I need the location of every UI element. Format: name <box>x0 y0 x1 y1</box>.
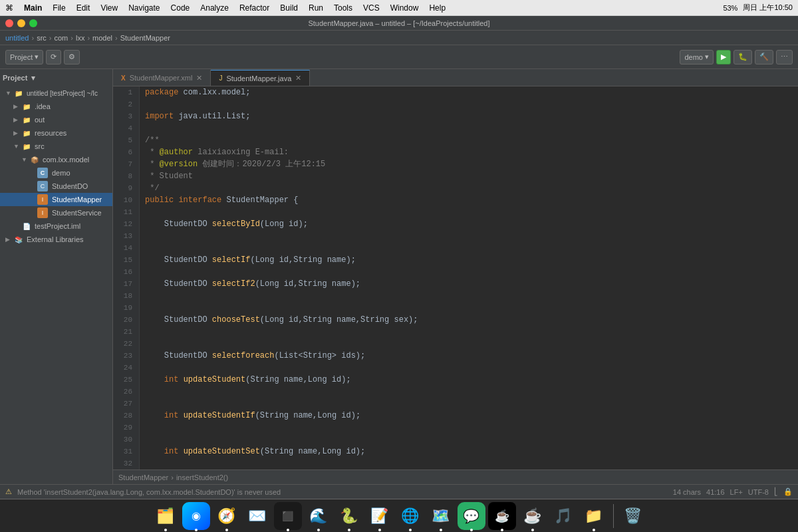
code-line-18 <box>145 290 798 302</box>
window-title: StudentMapper.java – untitled – [~/IdeaP… <box>308 19 489 27</box>
tree-item-resources[interactable]: ▶ 📁 resources <box>0 126 112 140</box>
menu-help[interactable]: Help <box>429 3 446 13</box>
breadcrumb-lxx[interactable]: lxx <box>76 34 84 42</box>
tree-item-studentdo[interactable]: C StudentDO <box>0 180 112 193</box>
dock-finder[interactable]: 🗂️ <box>152 502 180 530</box>
dock-mail[interactable]: ✉️ <box>243 502 271 530</box>
code-line-7: * @version 创建时间：2020/2/3 上午12:15 <box>145 158 798 170</box>
status-message: Method 'insertStudent2(java.lang.Long, c… <box>17 488 281 496</box>
tab-label: StudentMapper.xml <box>130 74 193 82</box>
tree-item-studentservice[interactable]: I StudentService <box>0 206 112 219</box>
dock-weixin[interactable]: 💬 <box>458 502 485 530</box>
tree-item-demo[interactable]: C demo <box>0 166 112 180</box>
breadcrumb-com[interactable]: com <box>55 34 68 42</box>
collapse-arrow: ▶ <box>13 130 21 136</box>
gear-icon[interactable]: ⚙ <box>64 50 80 65</box>
dock-trash[interactable]: 🗑️ <box>619 502 647 530</box>
dock-maps[interactable]: 🗺️ <box>427 502 455 530</box>
dock-terminal[interactable]: ⬛ <box>274 502 302 530</box>
tree-item-com-lxx-model[interactable]: ▼ 📦 com.lxx.model <box>0 153 112 166</box>
folder-icon: 📁 <box>21 128 32 138</box>
tree-item-label: StudentService <box>52 209 102 217</box>
tree-item-untitled[interactable]: ▼ 📁 untitled [testProject] ~/Ic <box>0 86 112 100</box>
tree-item-out[interactable]: ▶ 📁 out <box>0 113 112 126</box>
menu-refactor[interactable]: Refactor <box>239 3 269 13</box>
code-editor[interactable]: 12345 678910 1112131415 1617181920 21222… <box>113 86 798 469</box>
tab-studentmapper-java[interactable]: J StudentMapper.java ✕ <box>211 70 310 86</box>
code-line-9: */ <box>145 182 798 194</box>
menu-vcs[interactable]: VCS <box>363 3 380 13</box>
libs-icon: 📚 <box>13 234 24 245</box>
minimize-button[interactable] <box>17 19 25 27</box>
maximize-button[interactable] <box>29 19 37 27</box>
menu-edit[interactable]: Edit <box>76 3 90 13</box>
menu-navigate[interactable]: Navigate <box>128 3 160 13</box>
breadcrumb-class[interactable]: StudentMapper <box>118 473 168 481</box>
tab-close-icon[interactable]: ✕ <box>295 74 301 82</box>
tree-item-label: com.lxx.model <box>43 156 89 164</box>
sidebar-header[interactable]: Project ▾ <box>0 69 112 86</box>
dock-chrome[interactable]: 🌐 <box>396 502 424 530</box>
menu-view[interactable]: View <box>100 3 118 13</box>
menu-analyze[interactable]: Analyze <box>200 3 229 13</box>
tab-close-icon[interactable]: ✕ <box>196 74 202 82</box>
tree-item-studentmapper[interactable]: I StudentMapper <box>0 193 112 206</box>
tree-item-idea[interactable]: ▶ 📁 .idea <box>0 100 112 113</box>
menu-file[interactable]: File <box>53 3 65 13</box>
expand-arrow: ▼ <box>21 156 29 163</box>
demo-dropdown[interactable]: demo ▾ <box>680 50 714 65</box>
menubar-left: ⌘ Main File Edit View Navigate Code Anal… <box>5 3 446 13</box>
build-button[interactable]: 🔨 <box>755 50 773 65</box>
project-icon: 📁 <box>13 88 24 98</box>
menu-build[interactable]: Build <box>280 3 298 13</box>
breadcrumb-src[interactable]: src <box>37 34 47 42</box>
code-content[interactable]: package com.lxx.model; import java.util.… <box>140 86 798 469</box>
code-line-16 <box>145 266 798 278</box>
dock-music[interactable]: 🎵 <box>549 502 577 530</box>
code-line-25: int updateStudent(String name,Long id); <box>145 374 798 386</box>
dock-edge[interactable]: 🌊 <box>305 502 332 530</box>
sync-btn[interactable]: ⟳ <box>46 50 61 65</box>
dock-python[interactable]: 🐍 <box>335 502 363 530</box>
dock-java[interactable]: ☕ <box>519 502 547 530</box>
dock-safari[interactable]: 🧭 <box>213 502 241 530</box>
project-dropdown[interactable]: Project ▾ <box>5 50 43 65</box>
code-line-12: StudentDO selectById(Long id); <box>145 218 798 230</box>
dock-intellij[interactable]: ☕ <box>488 502 516 530</box>
statusbar: ⚠ Method 'insertStudent2(java.lang.Long,… <box>0 484 798 499</box>
menu-window[interactable]: Window <box>390 3 419 13</box>
code-line-13 <box>145 230 798 242</box>
menu-code[interactable]: Code <box>171 3 190 13</box>
breadcrumb-sep: › <box>171 473 174 481</box>
chevron-down-icon: ▾ <box>35 53 39 61</box>
code-line-15: StudentDO selectIf(Long id,String name); <box>145 254 798 266</box>
breadcrumb-model[interactable]: model <box>92 34 112 42</box>
dock-siri[interactable]: ◉ <box>182 502 210 530</box>
more-button[interactable]: ⋯ <box>776 50 793 65</box>
breadcrumb-untitled[interactable]: untitled <box>5 34 29 42</box>
tree-item-label: StudentMapper <box>52 196 102 203</box>
editor-breadcrumb: StudentMapper › insertStudent2() <box>113 469 798 484</box>
menu-tools[interactable]: Tools <box>334 3 352 13</box>
tree-item-external-libs[interactable]: ▶ 📚 External Libraries <box>0 233 112 246</box>
tree-item-label: testProject.iml <box>35 222 80 230</box>
dock-files[interactable]: 📁 <box>580 502 608 530</box>
close-button[interactable] <box>5 19 13 27</box>
breadcrumb-class[interactable]: StudentMapper <box>120 34 170 42</box>
tab-studentmapper-xml[interactable]: X StudentMapper.xml ✕ <box>113 70 211 86</box>
code-line-29 <box>145 422 798 434</box>
code-line-14 <box>145 242 798 254</box>
dock-cursor[interactable]: 📝 <box>366 502 394 530</box>
breadcrumb-method[interactable]: insertStudent2() <box>176 473 228 481</box>
tree-item-iml[interactable]: 📄 testProject.iml <box>0 219 112 233</box>
titlebar: StudentMapper.java – untitled – [~/IdeaP… <box>0 16 798 31</box>
run-button[interactable]: ▶ <box>716 50 731 65</box>
code-line-21 <box>145 326 798 338</box>
menu-run[interactable]: Run <box>309 3 323 13</box>
debug-button[interactable]: 🐛 <box>733 50 752 65</box>
tree-item-src[interactable]: ▼ 📁 src <box>0 140 112 153</box>
menu-main[interactable]: Main <box>24 3 42 13</box>
apple-menu[interactable]: ⌘ <box>5 3 13 13</box>
java-file-icon: J <box>219 74 222 82</box>
chevron-down-icon: ▾ <box>705 53 709 61</box>
